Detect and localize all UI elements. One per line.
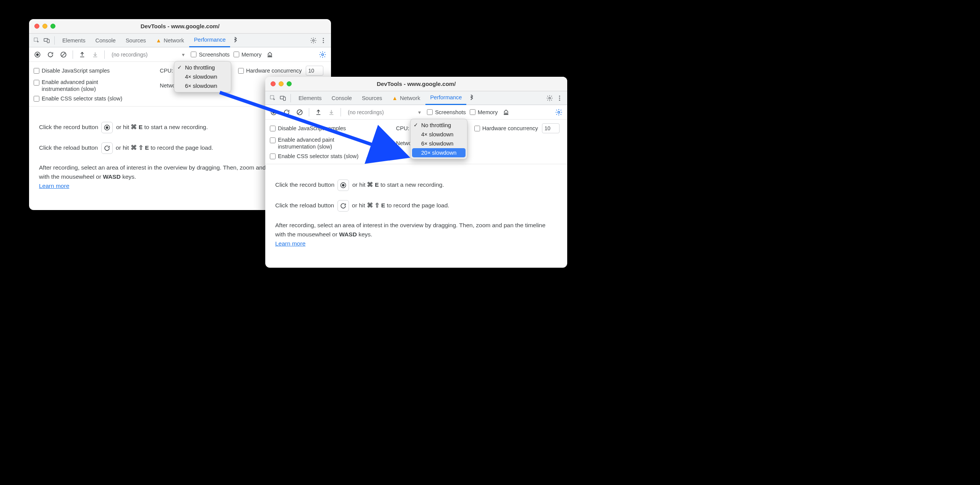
device-toolbar-icon[interactable] xyxy=(278,94,287,103)
disable-js-checkbox[interactable]: Disable JavaScript samples xyxy=(34,68,156,74)
reload-button[interactable] xyxy=(46,50,55,59)
close-window-button[interactable] xyxy=(271,81,276,86)
hint-record: Click the record button or hit ⌘ E to st… xyxy=(275,179,557,191)
kebab-menu-icon[interactable] xyxy=(319,36,328,45)
svg-point-23 xyxy=(558,111,560,113)
reload-icon[interactable] xyxy=(337,200,349,212)
record-icon[interactable] xyxy=(337,179,349,191)
collect-garbage-icon[interactable] xyxy=(265,50,274,59)
cpu-option-no-throttling[interactable]: No throttling xyxy=(410,121,467,130)
screenshots-checkbox[interactable]: Screenshots xyxy=(191,52,230,58)
more-tabs-button[interactable] xyxy=(467,94,476,103)
cpu-option-6x[interactable]: 6× slowdown xyxy=(410,139,467,148)
reload-button[interactable] xyxy=(282,108,291,117)
css-selector-stats-checkbox[interactable]: Enable CSS selector stats (slow) xyxy=(34,95,156,102)
shortcut-record: ⌘ E xyxy=(367,181,379,188)
minimize-window-button[interactable] xyxy=(279,81,284,86)
tab-sources[interactable]: Sources xyxy=(357,91,387,105)
chevron-down-icon: ▾ xyxy=(182,52,185,58)
learn-more-link[interactable]: Learn more xyxy=(39,183,69,189)
svg-point-3 xyxy=(313,39,315,41)
warning-icon: ▲ xyxy=(392,95,398,101)
record-button[interactable] xyxy=(33,50,42,59)
memory-checkbox[interactable]: Memory xyxy=(234,52,261,58)
inspect-element-icon[interactable] xyxy=(32,36,41,45)
window-title: DevTools - www.google.com/ xyxy=(29,23,331,29)
hardware-concurrency-input[interactable] xyxy=(542,123,560,133)
tab-elements[interactable]: Elements xyxy=(294,91,326,105)
tab-network[interactable]: ▲Network xyxy=(388,91,425,105)
tab-performance[interactable]: Performance xyxy=(189,34,230,47)
advanced-paint-checkbox[interactable]: Enable advanced paint instrumentation (s… xyxy=(34,79,156,92)
svg-rect-2 xyxy=(47,39,49,43)
recordings-placeholder: (no recordings) xyxy=(348,109,384,115)
cpu-throttling-dropdown[interactable]: No throttling 4× slowdown 6× slowdown xyxy=(174,61,231,92)
zoom-window-button[interactable] xyxy=(287,81,292,86)
devtools-tabbar: Elements Console Sources ▲Network Perfor… xyxy=(265,91,567,105)
chevron-down-icon: ▾ xyxy=(418,109,421,115)
window-title: DevTools - www.google.com/ xyxy=(265,81,567,87)
cpu-option-no-throttling[interactable]: No throttling xyxy=(174,63,231,72)
cpu-label: CPU: xyxy=(160,68,173,74)
capture-settings-icon[interactable] xyxy=(318,50,327,59)
settings-icon[interactable] xyxy=(309,36,318,45)
hint-after: After recording, select an area of inter… xyxy=(275,221,557,248)
svg-point-17 xyxy=(559,95,560,97)
clear-button[interactable] xyxy=(295,108,304,117)
devtools-window-right: DevTools - www.google.com/ Elements Cons… xyxy=(265,77,567,268)
more-tabs-button[interactable] xyxy=(231,36,240,45)
tab-console[interactable]: Console xyxy=(91,34,120,47)
cpu-option-6x[interactable]: 6× slowdown xyxy=(174,81,231,91)
capture-settings-icon[interactable] xyxy=(554,108,563,117)
svg-point-18 xyxy=(559,97,560,99)
warning-icon: ▲ xyxy=(156,37,161,44)
cpu-option-4x[interactable]: 4× slowdown xyxy=(174,72,231,81)
recordings-select[interactable]: (no recordings) ▾ xyxy=(346,109,423,115)
svg-rect-15 xyxy=(284,97,286,100)
collect-garbage-icon[interactable] xyxy=(501,108,511,117)
memory-checkbox[interactable]: Memory xyxy=(470,109,498,115)
cpu-option-4x[interactable]: 4× slowdown xyxy=(410,130,467,139)
tab-elements[interactable]: Elements xyxy=(58,34,90,47)
css-selector-stats-checkbox[interactable]: Enable CSS selector stats (slow) xyxy=(270,153,392,159)
tab-sources[interactable]: Sources xyxy=(121,34,151,47)
device-toolbar-icon[interactable] xyxy=(42,36,51,45)
svg-point-16 xyxy=(549,97,551,99)
cpu-option-20x[interactable]: 20× slowdown xyxy=(412,148,466,157)
hardware-concurrency-input[interactable] xyxy=(306,66,323,76)
reload-icon[interactable] xyxy=(101,142,113,154)
shortcut-reload: ⌘ ⇧ E xyxy=(131,144,149,151)
download-button[interactable] xyxy=(91,50,100,59)
settings-icon[interactable] xyxy=(545,94,554,103)
capture-settings-pane: Disable JavaScript samples CPU: Hardware… xyxy=(265,120,567,164)
devtools-tabbar: Elements Console Sources ▲Network Perfor… xyxy=(29,34,331,47)
advanced-paint-checkbox[interactable]: Enable advanced paint instrumentation (s… xyxy=(270,136,392,150)
hardware-concurrency-checkbox[interactable]: Hardware concurrency xyxy=(474,125,538,131)
record-icon[interactable] xyxy=(101,122,113,133)
hardware-concurrency-checkbox[interactable]: Hardware concurrency xyxy=(238,68,302,74)
upload-button[interactable] xyxy=(314,108,323,117)
performance-toolbar: (no recordings) ▾ Screenshots Memory xyxy=(265,105,567,120)
download-button[interactable] xyxy=(327,108,336,117)
tab-network[interactable]: ▲Network xyxy=(151,34,189,47)
clear-button[interactable] xyxy=(59,50,68,59)
traffic-lights xyxy=(34,24,55,29)
upload-button[interactable] xyxy=(78,50,87,59)
close-window-button[interactable] xyxy=(34,24,39,29)
disable-js-checkbox[interactable]: Disable JavaScript samples xyxy=(270,125,392,131)
recordings-select[interactable]: (no recordings) ▾ xyxy=(109,52,187,58)
zoom-window-button[interactable] xyxy=(50,24,55,29)
record-button[interactable] xyxy=(269,108,278,117)
tab-performance[interactable]: Performance xyxy=(425,91,466,105)
tab-console[interactable]: Console xyxy=(327,91,356,105)
inspect-element-icon[interactable] xyxy=(268,94,277,103)
cpu-throttling-dropdown[interactable]: No throttling 4× slowdown 6× slowdown 20… xyxy=(410,119,467,159)
learn-more-link[interactable]: Learn more xyxy=(275,240,305,247)
kebab-menu-icon[interactable] xyxy=(555,94,564,103)
performance-hints: Click the record button or hit ⌘ E to st… xyxy=(265,164,567,268)
divider xyxy=(341,108,341,116)
minimize-window-button[interactable] xyxy=(42,24,47,29)
traffic-lights xyxy=(271,81,292,86)
wasd-keys: WASD xyxy=(103,173,121,180)
screenshots-checkbox[interactable]: Screenshots xyxy=(427,109,466,115)
